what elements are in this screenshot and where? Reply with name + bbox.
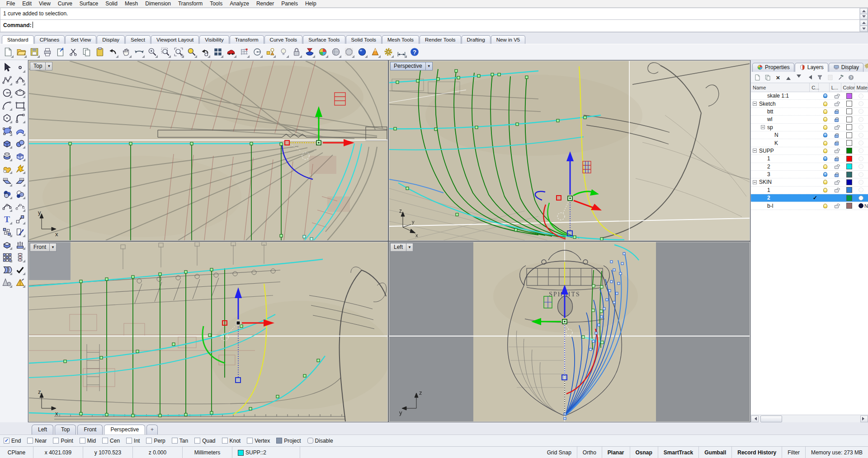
osnap-near[interactable]: Near: [27, 438, 47, 444]
viewport-front-title[interactable]: Front ▼: [30, 243, 57, 252]
checkbox[interactable]: [27, 438, 33, 444]
curved-surface-icon[interactable]: [14, 124, 26, 137]
new-file-icon[interactable]: [1, 45, 14, 59]
toggle-planar[interactable]: Planar: [602, 447, 630, 458]
command-history-scroll-down[interactable]: [860, 14, 868, 20]
zoom-window-icon[interactable]: [159, 45, 172, 59]
layer-color-swatch[interactable]: [846, 179, 852, 185]
menu-file[interactable]: File: [3, 0, 19, 7]
layer-color-swatch[interactable]: [846, 108, 852, 114]
layer-material-icon[interactable]: [859, 180, 863, 185]
checkbox[interactable]: [172, 438, 178, 444]
dimension-icon[interactable]: [395, 45, 408, 59]
layer-bulb-icon[interactable]: [823, 164, 827, 169]
text-icon[interactable]: [0, 213, 13, 225]
surface-from-points-icon[interactable]: [0, 124, 13, 137]
select-arrow-icon[interactable]: [0, 61, 13, 74]
render-preview-icon[interactable]: [224, 45, 237, 59]
save-file-icon[interactable]: [28, 45, 41, 59]
viewport-perspective-canvas[interactable]: z y x: [389, 61, 750, 240]
open-file-icon[interactable]: [14, 45, 28, 59]
layer-material-icon[interactable]: [859, 133, 863, 138]
osnap-disable[interactable]: Disable: [307, 438, 333, 444]
column-material[interactable]: Mate: [855, 83, 868, 92]
osnap-project[interactable]: Project: [276, 438, 301, 444]
layer-lock-icon[interactable]: [835, 182, 839, 185]
cone-icon[interactable]: [368, 45, 382, 59]
trim-icon[interactable]: [14, 225, 26, 238]
mesh-box-icon[interactable]: [14, 150, 26, 162]
ribbon-tab-curve-tools[interactable]: Curve Tools: [264, 35, 303, 44]
checkbox[interactable]: [126, 438, 132, 444]
cut-icon[interactable]: [67, 45, 80, 59]
toggle-grid-snap[interactable]: Grid Snap: [542, 447, 577, 458]
layer-material-icon[interactable]: [859, 109, 863, 114]
viewport-perspective-title[interactable]: Perspective ▼: [390, 62, 433, 70]
menu-solid[interactable]: Solid: [102, 0, 121, 7]
layer-material-icon[interactable]: [859, 93, 863, 98]
layer-row-supp-1[interactable]: 1: [751, 155, 868, 163]
group-icon[interactable]: [0, 225, 13, 238]
checkbox[interactable]: [146, 438, 152, 444]
ribbon-tab-standard[interactable]: Standard: [2, 35, 34, 44]
collapse-icon[interactable]: [753, 102, 757, 106]
collapse-icon[interactable]: [753, 180, 757, 184]
circle-radius-icon[interactable]: [250, 45, 264, 59]
fillet-edge-icon[interactable]: [0, 175, 13, 187]
pan-view-icon[interactable]: [119, 45, 132, 59]
move-layer-down-icon[interactable]: [794, 73, 803, 82]
viewport-front-canvas[interactable]: z x: [29, 242, 387, 421]
osnap-point[interactable]: Point: [53, 438, 73, 444]
print-icon[interactable]: [41, 45, 54, 59]
viewport-top-dropdown-icon[interactable]: ▼: [45, 62, 52, 70]
move-layer-up-icon[interactable]: [784, 73, 793, 82]
toggle-smarttrack[interactable]: SmartTrack: [658, 447, 699, 458]
menu-panels[interactable]: Panels: [278, 0, 302, 7]
command-history-scroll-up[interactable]: [860, 8, 868, 14]
layer-row-skin[interactable]: SKIN: [751, 178, 868, 186]
layer-bulb-icon[interactable]: [823, 156, 827, 161]
checkbox[interactable]: [53, 438, 59, 444]
undo-view-icon[interactable]: [198, 45, 211, 59]
layer-material-icon[interactable]: [859, 101, 863, 106]
tab-display[interactable]: Display: [829, 63, 863, 72]
explode-icon[interactable]: [14, 162, 26, 175]
layer-row-supp-3[interactable]: 3: [751, 171, 868, 178]
hscroll-left-button[interactable]: [751, 416, 759, 422]
layer-color-swatch[interactable]: [846, 93, 852, 99]
layer-row-btt[interactable]: btt: [751, 108, 868, 116]
fillet-corner-icon[interactable]: [14, 112, 26, 124]
osnap-end[interactable]: ✓End: [4, 438, 21, 444]
primitives-icon[interactable]: [0, 276, 13, 289]
boolean-difference-icon[interactable]: [14, 187, 26, 200]
viewport-perspective[interactable]: z y x Perspective ▼: [389, 61, 750, 240]
osnap-perp[interactable]: Perp: [146, 438, 165, 444]
menu-edit[interactable]: Edit: [19, 0, 35, 7]
menu-curve[interactable]: Curve: [54, 0, 76, 7]
checkbox-pressed[interactable]: [276, 438, 282, 444]
layer-lock-icon[interactable]: [835, 111, 839, 114]
layer-color-swatch[interactable]: [846, 172, 852, 178]
rebuild-curve-icon[interactable]: [14, 200, 26, 213]
layer-tools-icon[interactable]: [836, 73, 845, 82]
options-gears-icon[interactable]: [382, 45, 395, 59]
osnap-quad[interactable]: Quad: [194, 438, 215, 444]
hscroll-thumb[interactable]: [760, 416, 782, 422]
rotate-view-icon[interactable]: [132, 45, 146, 59]
layer-material-icon[interactable]: [859, 140, 863, 145]
ribbon-tab-display[interactable]: Display: [97, 35, 125, 44]
menu-analyze[interactable]: Analyze: [226, 0, 253, 7]
layer-material-icon[interactable]: [859, 196, 863, 201]
osnap-vertex[interactable]: Vertex: [247, 438, 270, 444]
menu-view[interactable]: View: [35, 0, 54, 7]
osnap-mid[interactable]: Mid: [80, 438, 96, 444]
layer-bulb-icon[interactable]: [823, 180, 827, 184]
layer-material-icon[interactable]: [859, 203, 863, 208]
column-name[interactable]: Name: [751, 83, 810, 92]
move-layer-left-icon[interactable]: [805, 73, 814, 82]
checkbox[interactable]: [222, 438, 228, 444]
viewport-top-title[interactable]: Top ▼: [30, 62, 52, 70]
ribbon-tab-render-tools[interactable]: Render Tools: [420, 35, 461, 44]
hscroll-right-button[interactable]: [860, 416, 868, 422]
command-spin-up[interactable]: [860, 20, 868, 26]
